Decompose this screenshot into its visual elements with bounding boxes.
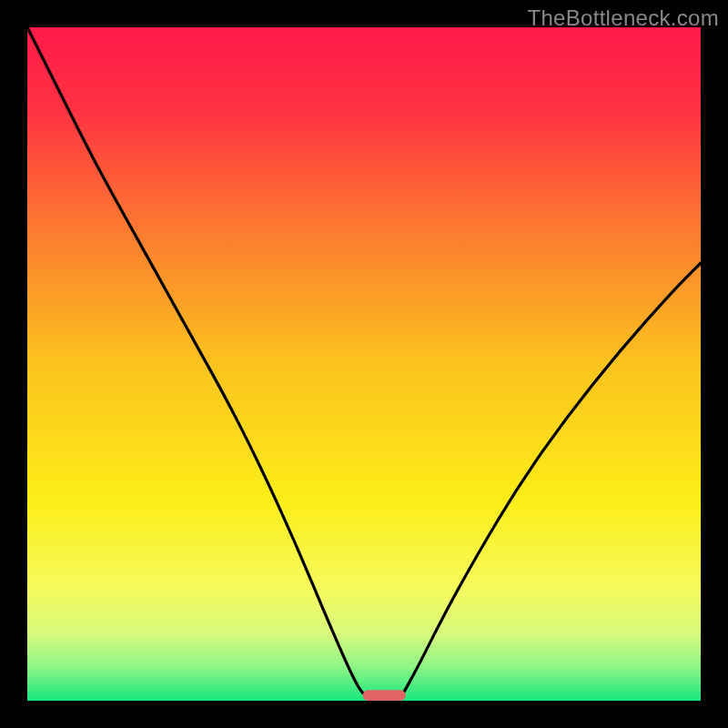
chart-plot-bg	[27, 27, 701, 701]
bottleneck-marker	[363, 690, 406, 701]
chart-canvas	[0, 0, 728, 728]
bottleneck-chart: TheBottleneck.com	[0, 0, 728, 728]
